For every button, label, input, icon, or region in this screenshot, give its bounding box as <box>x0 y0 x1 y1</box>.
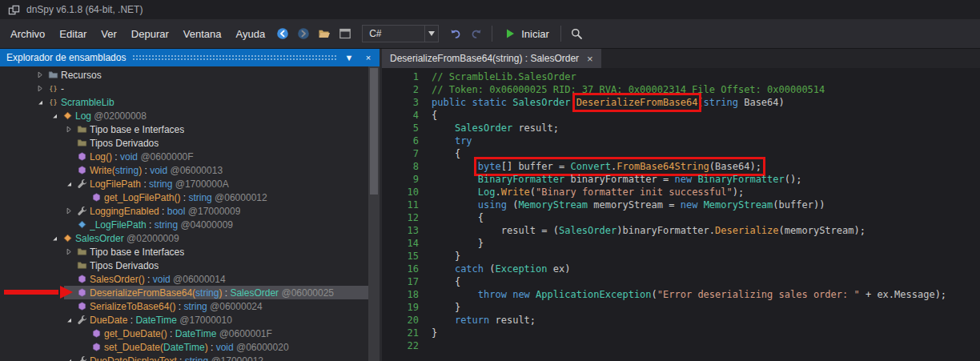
tree-item[interactable]: {}- <box>0 82 368 95</box>
toolbar-separator <box>560 26 561 42</box>
tree-item[interactable]: get_DueDate() : DateTime @0600001F <box>0 327 368 340</box>
tree-item-label: LogFilePath : string @1700000A <box>90 178 229 190</box>
tree-item[interactable]: Tipo base e Interfaces <box>0 122 368 136</box>
code-area[interactable]: 1// ScrambleLib.SalesOrder2// Token: 0x0… <box>382 68 980 361</box>
code-text: BinaryFormatter binaryFormatter = new Bi… <box>419 173 801 186</box>
expander-expanded-icon[interactable] <box>35 97 45 108</box>
tree-item[interactable]: Tipos Derivados <box>0 259 368 272</box>
tree-item[interactable]: Tipo base e Interfaces <box>0 245 368 259</box>
line-number: 2 <box>382 83 419 96</box>
expander-expanded-icon[interactable] <box>64 178 74 190</box>
open-file-button[interactable] <box>314 23 335 44</box>
full-screen-button[interactable] <box>335 23 355 44</box>
tree-item-label: ScrambleLib <box>61 97 114 108</box>
expander-expanded-icon[interactable] <box>50 233 59 244</box>
panel-close-icon[interactable]: × <box>362 53 375 62</box>
menu-ver[interactable]: Ver <box>94 24 124 44</box>
title-bar: dnSpy v6.1.8 (64-bit, .NET) <box>0 0 980 19</box>
tree-item[interactable]: LoggingEnabled : bool @17000009 <box>0 204 368 218</box>
panel-title: Explorador de ensamblados <box>6 52 126 63</box>
tree-item[interactable]: DeserializeFromBase64(string) : SalesOrd… <box>0 286 368 299</box>
tree-item[interactable]: DueDate : DateTime @17000010 <box>0 313 368 327</box>
tree-item-label: get_LogFilePath() : string @06000012 <box>104 192 267 203</box>
code-line: 7 { <box>382 147 980 160</box>
method-icon <box>76 151 87 162</box>
menu-ventana[interactable]: Ventana <box>176 24 229 44</box>
class-icon <box>62 110 73 122</box>
assembly-explorer-header: Explorador de ensamblados ▼ × <box>0 49 380 66</box>
tree-item[interactable]: SerializeToBase64() : string @06000024 <box>0 299 368 313</box>
panel-menu-icon[interactable]: ▼ <box>343 53 355 62</box>
expander-spacer <box>78 342 88 353</box>
expander-spacer <box>78 328 88 339</box>
code-line: 14 } <box>382 237 980 250</box>
menu-ayuda[interactable]: Ayuda <box>229 24 273 44</box>
tab-close-icon[interactable]: × <box>587 53 593 65</box>
tree-item-label: Recursos <box>61 70 102 81</box>
code-text: throw new ApplicationException("Error de… <box>419 288 946 301</box>
code-text: { <box>419 109 437 122</box>
expander-spacer <box>64 301 74 312</box>
menu-archivo[interactable]: Archivo <box>3 24 52 44</box>
tree-item[interactable]: DueDateDisplayText : string @17000012 <box>0 354 368 361</box>
code-line: 16 catch (Exception ex) <box>382 263 980 275</box>
folder-icon <box>76 260 87 271</box>
code-line: 9 BinaryFormatter binaryFormatter = new … <box>382 173 980 186</box>
tree-item[interactable]: Recursos <box>0 68 368 82</box>
expander-expanded-icon[interactable] <box>64 315 74 326</box>
document-tab[interactable]: DeserializeFromBase64(string) : SalesOrd… <box>382 49 601 68</box>
tree-item[interactable]: Log() : void @0600000F <box>0 150 368 163</box>
tree-item[interactable]: SalesOrder @02000009 <box>0 231 368 245</box>
line-number: 13 <box>382 224 419 237</box>
line-number: 12 <box>382 211 419 224</box>
code-text: byte[] buffer = Convert.FromBase64String… <box>419 160 761 173</box>
expander-spacer <box>64 165 74 176</box>
search-button[interactable] <box>566 23 587 44</box>
assembly-tree[interactable]: Recursos{}-{}ScrambleLibLog @02000008Tip… <box>0 66 368 361</box>
tree-item[interactable]: Write(string) : void @06000013 <box>0 163 368 177</box>
tree-item-label: SerializeToBase64() : string @06000024 <box>90 301 263 312</box>
folder-icon <box>76 124 87 135</box>
expander-spacer <box>64 219 74 231</box>
forward-button[interactable] <box>293 23 314 44</box>
tree-item[interactable]: Tipos Derivados <box>0 136 368 150</box>
expander-spacer <box>64 287 74 299</box>
tree-scrollbar[interactable] <box>368 66 380 361</box>
field-icon <box>76 219 87 231</box>
code-line: 8 byte[] buffer = Convert.FromBase64Stri… <box>382 160 980 173</box>
tree-item[interactable]: set_DueDate(DateTime) : void @06000020 <box>0 340 368 354</box>
expander-expanded-icon[interactable] <box>64 355 74 361</box>
folder-icon <box>76 247 87 258</box>
toolbar-separator <box>492 26 492 42</box>
back-button[interactable] <box>272 23 293 44</box>
code-text: using (MemoryStream memoryStream = new M… <box>419 199 825 211</box>
code-text: } <box>419 237 484 250</box>
line-number: 8 <box>382 160 419 173</box>
method-icon <box>76 287 87 299</box>
tree-item[interactable]: LogFilePath : string @1700000A <box>0 177 368 191</box>
expander-collapsed-icon[interactable] <box>35 83 45 94</box>
expander-collapsed-icon[interactable] <box>64 206 74 217</box>
menu-depurar[interactable]: Depurar <box>124 24 176 44</box>
tree-item[interactable]: SalesOrder() : void @06000014 <box>0 272 368 286</box>
tree-item-label: Write(string) : void @06000013 <box>90 165 223 176</box>
expander-collapsed-icon[interactable] <box>64 247 74 258</box>
tree-item[interactable]: Log @02000008 <box>0 109 368 122</box>
expander-collapsed-icon[interactable] <box>35 70 45 81</box>
tree-scrollbar-thumb[interactable] <box>370 68 378 195</box>
start-button[interactable]: Iniciar <box>497 23 556 44</box>
tree-item-label: set_DueDate(DateTime) : void @06000020 <box>104 342 289 353</box>
tree-item[interactable]: get_LogFilePath() : string @06000012 <box>0 191 368 204</box>
annotation-highlight-box: byte[] buffer = Convert.FromBase64String… <box>478 161 761 172</box>
tree-item[interactable]: _LogFilePath : string @04000009 <box>0 218 368 231</box>
expander-collapsed-icon[interactable] <box>64 124 74 135</box>
menu-editar[interactable]: Editar <box>52 24 94 44</box>
code-line: 20 return result; <box>382 314 980 327</box>
language-select[interactable]: C# <box>362 25 439 42</box>
expander-expanded-icon[interactable] <box>50 110 59 122</box>
tree-item[interactable]: {}ScrambleLib <box>0 95 368 109</box>
undo-button[interactable] <box>445 23 466 44</box>
line-number: 1 <box>382 70 419 83</box>
redo-button[interactable] <box>466 23 487 44</box>
tree-item-label: DueDateDisplayText : string @17000012 <box>90 355 263 361</box>
